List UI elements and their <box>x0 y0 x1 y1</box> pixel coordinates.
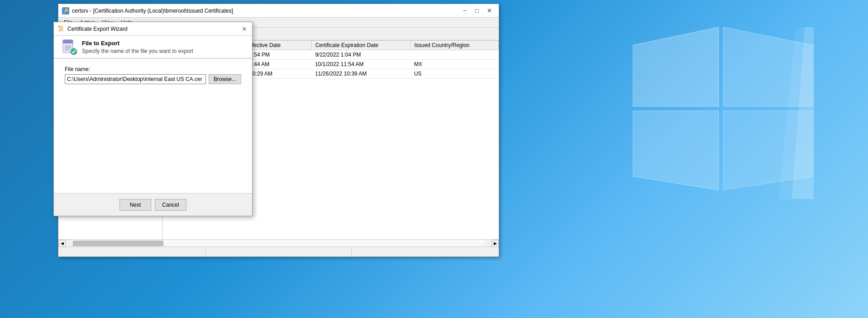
status-bar <box>58 247 499 256</box>
wizard-body: File name: Browse... <box>54 59 252 193</box>
wizard-header-title-block: File to Export Specify the name of the f… <box>82 40 193 54</box>
wizard-dialog: 📜 Certificate Export Wizard ✕ File to Ex… <box>53 22 253 216</box>
wizard-title-icon: 📜 <box>57 25 65 33</box>
cell-country-1: MX <box>410 60 499 69</box>
browse-button[interactable]: Browse... <box>209 74 241 84</box>
wizard-title-text: Certificate Export Wizard <box>67 26 128 32</box>
next-button[interactable]: Next <box>119 199 151 211</box>
cancel-button[interactable]: Cancel <box>155 199 186 211</box>
title-bar: 🔑 certsrv - [Certification Authority (Lo… <box>58 4 499 18</box>
scroll-left-button[interactable]: ◀ <box>58 240 66 247</box>
svg-marker-2 <box>633 111 719 190</box>
col-expiration[interactable]: Certificate Expiration Date <box>311 41 410 50</box>
status-section-3 <box>352 247 497 256</box>
svg-rect-7 <box>63 40 73 43</box>
wizard-close-button[interactable]: ✕ <box>240 25 248 33</box>
scroll-thumb[interactable] <box>73 241 163 246</box>
cell-expiration-0: 9/22/2022 1:04 PM <box>311 50 410 60</box>
file-input-row: Browse... <box>65 74 241 84</box>
wizard-header-desc: Specify the name of the file you want to… <box>82 48 193 54</box>
wizard-header: File to Export Specify the name of the f… <box>54 36 252 58</box>
minimize-button[interactable]: − <box>459 6 471 15</box>
svg-marker-0 <box>633 27 719 106</box>
file-path-input[interactable] <box>65 74 206 84</box>
cell-country-0 <box>410 50 499 60</box>
status-section-2 <box>206 247 352 256</box>
wizard-footer: Next Cancel <box>54 193 252 216</box>
wizard-header-title: File to Export <box>82 40 193 47</box>
status-section-1 <box>60 247 206 256</box>
app-icon: 🔑 <box>62 7 69 14</box>
windows-logo <box>633 27 814 199</box>
wizard-header-icon <box>61 39 77 55</box>
close-button[interactable]: ✕ <box>483 6 495 15</box>
file-name-label: File name: <box>65 66 241 72</box>
wizard-title-bar: 📜 Certificate Export Wizard ✕ <box>54 22 252 36</box>
title-bar-buttons: − □ ✕ <box>459 6 495 15</box>
horizontal-scrollbar: ◀ ▶ <box>58 239 499 247</box>
cell-country-2: US <box>410 69 499 79</box>
cell-expiration-1: 10/1/2022 11:54 AM <box>311 60 410 69</box>
scroll-right-button[interactable]: ▶ <box>491 240 499 247</box>
scroll-track[interactable] <box>73 240 484 247</box>
col-country[interactable]: Issued Country/Region <box>410 41 499 50</box>
maximize-button[interactable]: □ <box>471 6 483 15</box>
cell-expiration-2: 11/26/2022 10:39 AM <box>311 69 410 79</box>
window-title: certsrv - [Certification Authority (Loca… <box>72 8 459 14</box>
